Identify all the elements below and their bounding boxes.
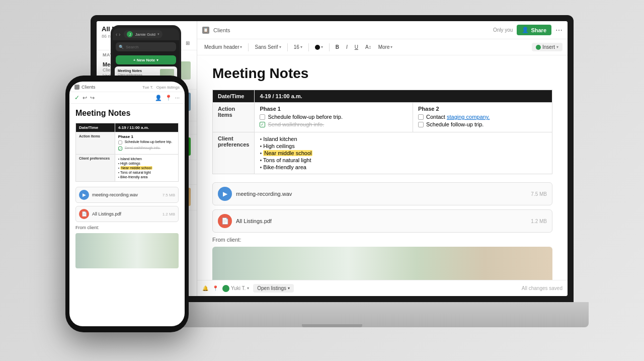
share-label: Share bbox=[531, 27, 546, 33]
font-size-selector[interactable]: 16 ▾ bbox=[292, 43, 304, 51]
editor-body[interactable]: Meeting Notes Date/Time 4-19 / 11:00 a.m… bbox=[197, 55, 568, 280]
insert-icon bbox=[536, 45, 541, 50]
table-header-col1: Date/Time bbox=[213, 90, 255, 103]
open-listings-label: Open listings bbox=[257, 285, 286, 291]
phone-pref-2: High ceilings bbox=[118, 161, 175, 166]
dark-phone-search-placeholder: Search bbox=[126, 45, 138, 49]
phone-table-col1: Date/Time bbox=[76, 123, 115, 132]
open-listings-button[interactable]: Open listings ▾ bbox=[253, 284, 294, 293]
phone-redo-icon[interactable]: ↪ bbox=[90, 95, 95, 101]
more-formats-button[interactable]: More ▾ bbox=[376, 43, 395, 51]
open-listings-chevron: ▾ bbox=[288, 286, 290, 291]
phone-open-listings-label[interactable]: Open listings bbox=[156, 85, 180, 90]
phase1-header: Phase 1 bbox=[260, 106, 408, 112]
phone-date-label: Tue T. bbox=[142, 85, 153, 90]
phone-phase1-item-1: Schedule follow-up before trip. bbox=[118, 140, 175, 145]
more-chevron-icon: ▾ bbox=[390, 45, 392, 49]
phase2-item-2: Schedule follow-up trip. bbox=[418, 121, 547, 127]
phone-topbar-right: Tue T. Open listings bbox=[142, 85, 180, 90]
text-size-button[interactable]: A↕ bbox=[363, 43, 373, 51]
format-selector[interactable]: Medium header ▾ bbox=[202, 43, 244, 51]
pref-item-3: Near middle school bbox=[260, 150, 547, 157]
editor-bottombar: 🔔 📍 Yuki T. ▾ Open listings ▾ bbox=[197, 280, 568, 296]
bold-button[interactable]: B bbox=[334, 43, 341, 51]
pref-item-2: High ceilings bbox=[260, 142, 547, 150]
phone-user-icon[interactable]: 👤 bbox=[155, 95, 162, 101]
phone-topbar: Clients Tue T. Open listings bbox=[69, 82, 185, 92]
font-chevron-icon: ▾ bbox=[279, 45, 281, 49]
phone-pref-4: Tons of natural light bbox=[118, 170, 175, 175]
dark-phone-back-icon[interactable]: ‹ › bbox=[116, 32, 120, 37]
user-avatar-bottom: Yuki T. ▾ bbox=[222, 285, 249, 292]
phone-wav-name: meeting-recording.wav bbox=[92, 192, 159, 197]
changes-saved-label: All changes saved bbox=[522, 285, 562, 291]
phone-client-label: Client preferences bbox=[76, 155, 115, 182]
phase1-item-2: ✓ Send walkthrough info. bbox=[260, 121, 408, 127]
staging-company-link[interactable]: staging company. bbox=[447, 114, 490, 120]
phase2-checkbox-2[interactable] bbox=[418, 122, 424, 127]
more-options-button[interactable]: ⋯ bbox=[555, 26, 562, 34]
meeting-table: Date/Time 4-19 / 11:00 a.m. Action Items… bbox=[212, 90, 552, 174]
font-size-label: 16 bbox=[294, 44, 299, 50]
dark-phone-topbar: ‹ › J Jamie Gold ▾ bbox=[113, 28, 179, 40]
attachment-wav[interactable]: ▶ meeting-recording.wav 7.5 MB bbox=[212, 182, 552, 205]
pdf-attachment-icon: 📄 bbox=[218, 214, 232, 228]
dark-phone-search[interactable]: 🔍 Search bbox=[116, 42, 176, 51]
toolbar-separator bbox=[287, 43, 288, 51]
client-image-inner bbox=[212, 247, 552, 280]
phone-screen: Clients Tue T. Open listings ✓ ↩ ↪ 👤 📍 ·… bbox=[69, 82, 185, 326]
phone-checkbox-2[interactable]: ✓ bbox=[118, 147, 122, 151]
phone-action-icons: 👤 📍 ··· bbox=[155, 95, 180, 101]
phone-table-row-action: Action Items Phase 1 Schedule follow-up … bbox=[76, 132, 179, 155]
phase1-checkbox-1[interactable] bbox=[260, 114, 265, 120]
italic-button[interactable]: I bbox=[344, 43, 350, 51]
font-selector[interactable]: Sans Serif ▾ bbox=[253, 43, 283, 51]
dark-phone-search-icon: 🔍 bbox=[119, 45, 124, 49]
phone-check-icon[interactable]: ✓ bbox=[74, 94, 79, 101]
dark-phone-new-note-button[interactable]: + New Note ▾ bbox=[116, 55, 176, 64]
action-items-label: Action Items bbox=[213, 103, 255, 132]
phone-location-icon[interactable]: 📍 bbox=[165, 95, 172, 101]
phone-checkbox-1[interactable] bbox=[118, 140, 122, 145]
clients-icon: 📋 bbox=[202, 27, 209, 34]
phase1-checkbox-2[interactable]: ✓ bbox=[260, 122, 265, 127]
toolbar-separator bbox=[308, 43, 309, 51]
phone-breadcrumb: Clients bbox=[82, 85, 96, 90]
phone-table-row-prefs: Client preferences Island kitchen High c… bbox=[76, 155, 179, 182]
phase2-checkbox-1[interactable] bbox=[418, 114, 424, 120]
insert-button[interactable]: Insert ▾ bbox=[532, 43, 562, 51]
phone-table-col2: 4-19 / 11:00 a.m. bbox=[115, 123, 178, 132]
format-label: Medium header bbox=[204, 44, 239, 50]
phone-attachment-wav[interactable]: ▶ meeting-recording.wav 7.5 MB bbox=[75, 187, 179, 203]
layout-icon[interactable]: ⊞ bbox=[184, 39, 192, 47]
phase1-item-1-text: Schedule follow-up before trip. bbox=[268, 114, 343, 120]
pref-item-1: Island kitchen bbox=[260, 135, 547, 142]
underline-button[interactable]: U bbox=[353, 43, 360, 51]
table-row-client-prefs: Client preferences Island kitchen High c… bbox=[213, 132, 552, 174]
color-picker[interactable]: ▾ bbox=[313, 44, 325, 51]
bell-icon[interactable]: 🔔 bbox=[202, 285, 208, 291]
editor-topbar-right: Only you 👤 Share ⋯ bbox=[493, 25, 562, 35]
only-you-label: Only you bbox=[493, 27, 513, 33]
phone-body[interactable]: Meeting Notes Date/Time 4-19 / 11:00 a.m… bbox=[69, 104, 185, 326]
phone-undo-icon[interactable]: ↩ bbox=[83, 95, 87, 101]
client-prefs-label: Client preferences bbox=[213, 132, 255, 174]
attachment-pdf-name: All Listings.pdf bbox=[236, 218, 527, 224]
phone-client-cell: Island kitchen High ceilings Near middle… bbox=[115, 155, 178, 182]
phone-pdf-icon: 📄 bbox=[79, 209, 89, 219]
attachment-wav-name: meeting-recording.wav bbox=[236, 191, 527, 197]
phase1-cell: Phase 1 Schedule follow-up before trip. … bbox=[255, 103, 413, 132]
from-client-label: From client: bbox=[212, 237, 552, 243]
phone-attachment-pdf[interactable]: 📄 All Listings.pdf 1.2 MB bbox=[75, 206, 179, 222]
phone-phase1-header: Phase 1 bbox=[118, 134, 175, 139]
location-icon[interactable]: 📍 bbox=[212, 285, 218, 291]
scene: ‹ › J Jamie Gold ▾ 🔍 Search + New Note ▾… bbox=[0, 0, 644, 361]
highlight-near-middle-school: Near middle school bbox=[263, 150, 312, 156]
document-title: Meeting Notes bbox=[212, 65, 552, 82]
table-header-col2: 4-19 / 11:00 a.m. bbox=[255, 90, 552, 103]
phone-pdf-size: 1.2 MB bbox=[163, 212, 175, 216]
attachment-pdf[interactable]: 📄 All Listings.pdf 1.2 MB bbox=[212, 209, 552, 233]
share-button[interactable]: 👤 Share bbox=[517, 25, 551, 35]
phone-more-icon[interactable]: ··· bbox=[175, 95, 180, 101]
phone-wav-size: 7.5 MB bbox=[163, 193, 175, 197]
